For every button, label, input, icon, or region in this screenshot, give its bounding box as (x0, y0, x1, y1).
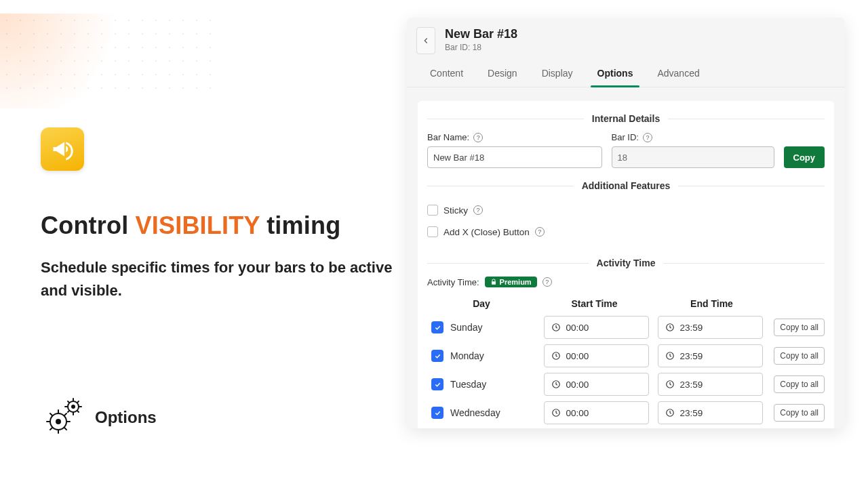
tab-advanced[interactable]: Advanced (646, 61, 710, 87)
tab-options[interactable]: Options (587, 61, 644, 87)
svg-point-11 (72, 405, 75, 408)
help-icon[interactable]: ? (643, 133, 652, 142)
day-checkbox[interactable] (431, 321, 443, 333)
schedule-row: Tuesday00:0023:59Copy to all (427, 370, 825, 399)
svg-point-1 (56, 420, 60, 424)
svg-line-6 (50, 413, 52, 415)
activity-time-label: Activity Time: (427, 277, 479, 287)
tab-display[interactable]: Display (531, 61, 584, 87)
copy-button[interactable]: Copy (784, 146, 825, 168)
svg-line-18 (68, 411, 69, 412)
settings-panel: New Bar #18 Bar ID: 18 Content Design Di… (407, 18, 845, 428)
close-button-checkbox[interactable] (427, 226, 438, 237)
close-button-row: Add X (Close) Button ? (427, 221, 825, 243)
bar-name-label: Bar Name: ? (427, 132, 602, 142)
options-label: Options (95, 408, 157, 427)
day-name: Tuesday (450, 379, 486, 390)
schedule-header: Day Start Time End Time (427, 294, 825, 313)
day-checkbox[interactable] (431, 350, 443, 362)
bar-id-input[interactable] (612, 146, 774, 168)
copy-to-all-button[interactable]: Copy to all (774, 347, 825, 365)
marketing-column: Control VISIBILITY timing Schedule speci… (41, 0, 393, 488)
sticky-checkbox[interactable] (427, 205, 438, 216)
svg-line-17 (77, 411, 79, 412)
bar-id-field: Bar ID: ? (612, 132, 774, 168)
schedule-body: Sunday00:0023:59Copy to allMonday00:0023… (427, 313, 825, 428)
svg-line-16 (68, 401, 69, 403)
help-icon[interactable]: ? (473, 205, 483, 215)
day-name: Monday (450, 350, 484, 361)
tab-design[interactable]: Design (477, 61, 528, 87)
start-time-input[interactable]: 00:00 (544, 316, 649, 339)
headline-pre: Control (41, 211, 136, 239)
clock-icon (665, 380, 675, 389)
end-time-input[interactable]: 23:59 (658, 316, 763, 339)
clock-icon (665, 323, 675, 332)
day-checkbox[interactable] (431, 407, 443, 419)
sticky-row: Sticky ? (427, 199, 825, 221)
end-time-input[interactable]: 23:59 (658, 401, 763, 424)
clock-icon (665, 351, 675, 361)
help-icon[interactable]: ? (473, 133, 483, 142)
section-additional-features: Additional Features (427, 180, 825, 191)
svg-line-19 (77, 401, 79, 403)
clock-icon (551, 408, 561, 418)
megaphone-icon (50, 137, 75, 161)
day-cell: Monday (427, 350, 536, 362)
headline-accent: VISIBILITY (136, 211, 260, 239)
clock-icon (551, 380, 561, 389)
card-body: Internal Details Bar Name: ? Bar ID: ? C… (418, 101, 834, 428)
end-time-input[interactable]: 23:59 (658, 344, 763, 367)
premium-badge[interactable]: Premium (485, 277, 537, 287)
schedule-row: Thursday00:0023:59Copy to all (427, 427, 825, 428)
clock-icon (551, 323, 561, 332)
section-activity-time: Activity Time (427, 258, 825, 268)
help-icon[interactable]: ? (542, 277, 552, 287)
copy-to-all-button[interactable]: Copy to all (774, 319, 825, 336)
copy-to-all-button[interactable]: Copy to all (774, 375, 825, 393)
schedule-row: Sunday00:0023:59Copy to all (427, 313, 825, 342)
svg-line-7 (64, 428, 66, 430)
start-time-input[interactable]: 00:00 (544, 401, 649, 424)
activity-time-label-row: Activity Time: Premium ? (427, 277, 825, 287)
back-button[interactable] (416, 27, 435, 54)
start-time-input[interactable]: 00:00 (544, 373, 649, 396)
app-icon (41, 127, 84, 171)
lock-icon (490, 279, 497, 285)
section-internal-details: Internal Details (427, 113, 825, 124)
clock-icon (665, 408, 675, 418)
sticky-label: Sticky (443, 205, 468, 216)
day-cell: Tuesday (427, 378, 536, 390)
day-checkbox[interactable] (431, 378, 443, 390)
tab-content[interactable]: Content (419, 61, 474, 87)
headline-post: timing (260, 211, 340, 239)
subheadline: Schedule specific times for your bars to… (41, 256, 393, 302)
col-day: Day (427, 298, 536, 309)
end-time-input[interactable]: 23:59 (658, 373, 763, 396)
bar-name-field: Bar Name: ? (427, 132, 602, 168)
col-end: End Time (653, 298, 770, 309)
col-start: Start Time (536, 298, 653, 309)
day-cell: Wednesday (427, 407, 536, 419)
schedule-row: Wednesday00:0023:59Copy to all (427, 399, 825, 427)
close-button-label: Add X (Close) Button (443, 227, 530, 237)
arrow-left-icon (421, 36, 431, 45)
headline: Control VISIBILITY timing (41, 211, 393, 240)
copy-to-all-button[interactable]: Copy to all (774, 404, 825, 422)
page-title: New Bar #18 (445, 27, 517, 41)
help-icon[interactable]: ? (535, 227, 545, 237)
day-cell: Sunday (427, 321, 536, 333)
bar-name-input[interactable] (427, 146, 602, 168)
clock-icon (551, 351, 561, 361)
start-time-input[interactable]: 00:00 (544, 344, 649, 367)
title-block: New Bar #18 Bar ID: 18 (445, 27, 517, 52)
gears-icon (41, 394, 84, 441)
options-footer: Options (41, 394, 157, 441)
bar-id-label: Bar ID: ? (612, 132, 774, 142)
tabs: Content Design Display Options Advanced (407, 57, 845, 87)
svg-line-8 (50, 428, 52, 430)
day-name: Wednesday (450, 407, 500, 418)
panel-header: New Bar #18 Bar ID: 18 (407, 18, 845, 57)
page-subtitle: Bar ID: 18 (445, 43, 517, 52)
schedule-row: Monday00:0023:59Copy to all (427, 342, 825, 370)
